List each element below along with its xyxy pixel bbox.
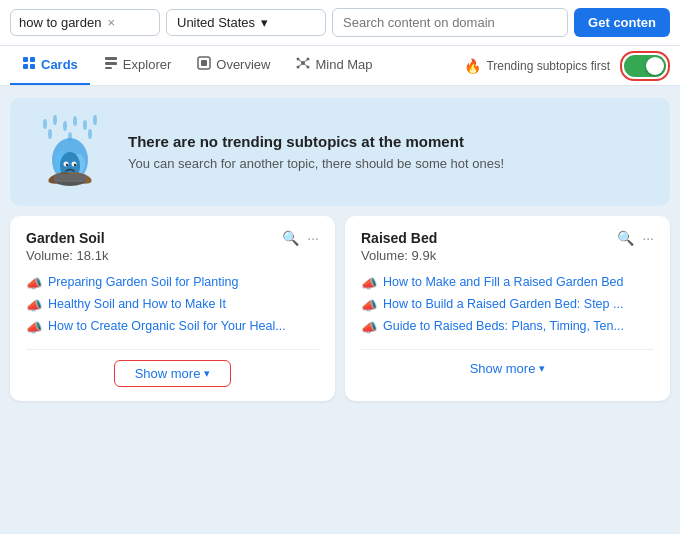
svg-point-21 — [73, 116, 77, 126]
link-text: How to Create Organic Soil for Your Heal… — [48, 319, 286, 333]
search-icon-raised-bed[interactable]: 🔍 — [617, 230, 634, 246]
list-item[interactable]: 📣 How to Build a Raised Garden Bed: Step… — [361, 297, 654, 313]
toolbar: how to garden × United States ▾ Get cont… — [0, 0, 680, 46]
card-title-garden-soil: Garden Soil — [26, 230, 105, 246]
svg-point-26 — [88, 129, 92, 139]
svg-rect-2 — [23, 64, 28, 69]
toggle-track — [624, 55, 666, 77]
svg-line-17 — [303, 63, 308, 67]
list-item[interactable]: 📣 Healthy Soil and How to Make It — [26, 297, 319, 313]
cards-grid: Garden Soil 🔍 ··· Volume: 18.1k 📣 Prepar… — [10, 216, 670, 401]
card-footer-raised-bed: Show more ▾ — [361, 349, 654, 376]
megaphone-icon: 📣 — [26, 298, 42, 313]
card-actions-raised-bed: 🔍 ··· — [617, 230, 654, 246]
megaphone-icon: 📣 — [361, 320, 377, 335]
show-more-button-raised-bed[interactable]: Show more ▾ — [470, 361, 546, 376]
svg-rect-5 — [105, 62, 117, 65]
tab-explorer-label: Explorer — [123, 57, 171, 72]
trending-toggle[interactable] — [620, 51, 670, 81]
svg-point-20 — [63, 121, 67, 131]
svg-line-14 — [298, 59, 303, 63]
svg-line-16 — [298, 63, 303, 67]
trending-text: Trending subtopics first — [486, 59, 610, 73]
country-chevron-icon: ▾ — [261, 15, 268, 30]
svg-rect-3 — [30, 64, 35, 69]
toggle-thumb — [646, 57, 664, 75]
tab-cards[interactable]: Cards — [10, 46, 90, 85]
keyword-close-icon[interactable]: × — [107, 15, 115, 30]
card-garden-soil: Garden Soil 🔍 ··· Volume: 18.1k 📣 Prepar… — [10, 216, 335, 401]
mindmap-tab-icon — [296, 56, 310, 73]
svg-rect-0 — [23, 57, 28, 62]
megaphone-icon: 📣 — [26, 320, 42, 335]
flame-icon: 🔥 — [464, 58, 481, 74]
svg-point-18 — [43, 119, 47, 129]
list-item[interactable]: 📣 How to Make and Fill a Raised Garden B… — [361, 275, 654, 291]
svg-point-37 — [66, 164, 68, 166]
svg-rect-8 — [201, 60, 207, 66]
explorer-tab-icon — [104, 56, 118, 73]
tab-overview[interactable]: Overview — [185, 46, 282, 85]
megaphone-icon: 📣 — [26, 276, 42, 291]
card-links-raised-bed: 📣 How to Make and Fill a Raised Garden B… — [361, 275, 654, 335]
keyword-text: how to garden — [19, 15, 101, 30]
list-item[interactable]: 📣 How to Create Organic Soil for Your He… — [26, 319, 319, 335]
show-more-button-garden-soil[interactable]: Show more ▾ — [114, 360, 232, 387]
country-label: United States — [177, 15, 255, 30]
link-text: Preparing Garden Soil for Planting — [48, 275, 238, 289]
domain-search-input[interactable] — [332, 8, 568, 37]
svg-rect-1 — [30, 57, 35, 62]
svg-rect-34 — [54, 174, 86, 182]
megaphone-icon: 📣 — [361, 298, 377, 313]
svg-point-24 — [48, 129, 52, 139]
keyword-input-wrapper[interactable]: how to garden × — [10, 9, 160, 36]
card-header-garden-soil: Garden Soil 🔍 ··· — [26, 230, 319, 246]
svg-point-38 — [74, 164, 76, 166]
link-text: Guide to Raised Beds: Plans, Timing, Ten… — [383, 319, 624, 333]
list-item[interactable]: 📣 Guide to Raised Beds: Plans, Timing, T… — [361, 319, 654, 335]
overview-tab-icon — [197, 56, 211, 73]
card-header-raised-bed: Raised Bed 🔍 ··· — [361, 230, 654, 246]
list-item[interactable]: 📣 Preparing Garden Soil for Planting — [26, 275, 319, 291]
link-text: How to Build a Raised Garden Bed: Step .… — [383, 297, 623, 311]
card-actions-garden-soil: 🔍 ··· — [282, 230, 319, 246]
link-text: How to Make and Fill a Raised Garden Bed — [383, 275, 623, 289]
tab-cards-label: Cards — [41, 57, 78, 72]
search-icon-garden-soil[interactable]: 🔍 — [282, 230, 299, 246]
banner-content: There are no trending subtopics at the m… — [128, 133, 504, 171]
banner-heading: There are no trending subtopics at the m… — [128, 133, 504, 150]
card-title-raised-bed: Raised Bed — [361, 230, 437, 246]
trending-label: 🔥 Trending subtopics first — [456, 58, 618, 74]
svg-rect-6 — [105, 67, 112, 69]
chevron-down-icon: ▾ — [204, 367, 210, 380]
svg-point-23 — [93, 115, 97, 125]
card-volume-raised-bed: Volume: 9.9k — [361, 248, 654, 263]
tabs-row: Cards Explorer Overview Mind Map 🔥 Trend… — [0, 46, 680, 86]
card-volume-garden-soil: Volume: 18.1k — [26, 248, 319, 263]
svg-rect-4 — [105, 57, 117, 60]
tab-overview-label: Overview — [216, 57, 270, 72]
svg-point-22 — [83, 120, 87, 130]
ellipsis-icon-garden-soil[interactable]: ··· — [307, 230, 319, 246]
banner-illustration — [30, 112, 110, 192]
tab-mindmap[interactable]: Mind Map — [284, 46, 384, 85]
card-raised-bed: Raised Bed 🔍 ··· Volume: 9.9k 📣 How to M… — [345, 216, 670, 401]
svg-point-19 — [53, 115, 57, 125]
ellipsis-icon-raised-bed[interactable]: ··· — [642, 230, 654, 246]
chevron-down-icon: ▾ — [539, 362, 545, 375]
megaphone-icon: 📣 — [361, 276, 377, 291]
get-content-button[interactable]: Get conten — [574, 8, 670, 37]
no-trending-banner: There are no trending subtopics at the m… — [10, 98, 670, 206]
banner-subtext: You can search for another topic, there … — [128, 156, 504, 171]
svg-line-15 — [303, 59, 308, 63]
cards-tab-icon — [22, 56, 36, 73]
country-selector[interactable]: United States ▾ — [166, 9, 326, 36]
tab-mindmap-label: Mind Map — [315, 57, 372, 72]
card-links-garden-soil: 📣 Preparing Garden Soil for Planting 📣 H… — [26, 275, 319, 335]
card-footer-garden-soil: Show more ▾ — [26, 349, 319, 387]
tab-explorer[interactable]: Explorer — [92, 46, 183, 85]
link-text: Healthy Soil and How to Make It — [48, 297, 226, 311]
